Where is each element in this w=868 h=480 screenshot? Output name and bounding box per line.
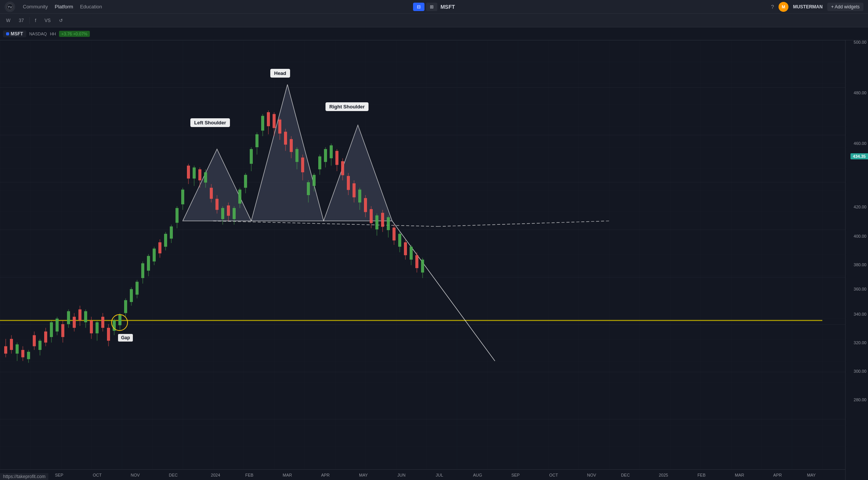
svg-rect-145 [364, 198, 367, 212]
layout-btn-1[interactable]: ⊟ [413, 3, 424, 11]
svg-rect-93 [215, 199, 219, 210]
svg-rect-115 [278, 119, 281, 134]
svg-rect-99 [233, 208, 236, 219]
svg-rect-127 [313, 175, 316, 186]
svg-rect-25 [21, 350, 24, 357]
time-sep2: SEP [511, 473, 520, 477]
svg-rect-47 [84, 311, 87, 322]
nav-right: ? M MUSTERMAN + Add widgets [771, 2, 863, 12]
price-280: 280.00 [854, 397, 866, 402]
svg-rect-51 [96, 322, 99, 333]
timeframe-selector[interactable]: W [3, 16, 13, 25]
svg-rect-75 [164, 234, 167, 247]
svg-rect-39 [61, 324, 64, 337]
time-sep: SEP [55, 473, 63, 477]
svg-rect-109 [261, 116, 264, 131]
svg-rect-83 [187, 165, 190, 178]
nav-education[interactable]: Education [80, 4, 102, 10]
svg-rect-23 [16, 344, 19, 353]
time-feb2: FEB [697, 473, 705, 477]
svg-rect-147 [370, 209, 373, 223]
svg-rect-81 [181, 189, 184, 204]
svg-rect-19 [4, 346, 7, 353]
svg-rect-53 [101, 317, 104, 328]
layout-buttons: ⊟ ⊞ [413, 3, 437, 11]
svg-rect-119 [290, 139, 293, 152]
svg-rect-155 [393, 227, 396, 240]
svg-rect-59 [118, 315, 121, 325]
avatar[interactable]: M [779, 2, 788, 12]
svg-rect-111 [267, 112, 270, 126]
compare-btn[interactable]: VS [41, 16, 54, 25]
svg-rect-123 [301, 157, 304, 172]
svg-rect-85 [193, 167, 196, 178]
svg-rect-107 [255, 134, 258, 147]
svg-rect-21 [10, 339, 13, 350]
svg-rect-159 [404, 242, 407, 255]
url-bar: https://takeprofit.com [0, 473, 48, 480]
price-420: 420.00 [854, 205, 866, 209]
time-2025: 2025 [659, 473, 668, 477]
price-500: 500.00 [854, 40, 866, 45]
logo[interactable]: TV [5, 2, 15, 12]
current-price-badge: 434.35 [850, 153, 868, 159]
time-2024: 2024 [211, 473, 220, 477]
svg-rect-133 [330, 145, 333, 158]
svg-rect-105 [250, 149, 253, 164]
svg-rect-131 [324, 149, 327, 162]
svg-rect-97 [227, 205, 230, 216]
indicator-btn[interactable]: f [32, 16, 39, 25]
svg-rect-157 [398, 234, 401, 247]
svg-rect-55 [107, 328, 110, 341]
time-dec2: DEC [621, 473, 630, 477]
replay-btn[interactable]: ↺ [56, 16, 66, 25]
add-widgets-button[interactable]: + Add widgets [827, 3, 863, 11]
svg-rect-67 [141, 263, 144, 278]
svg-rect-153 [387, 217, 390, 230]
price-400: 400.00 [854, 234, 866, 238]
top-navigation: TV Community Platform Education ⊟ ⊞ MSFT… [0, 0, 868, 14]
svg-rect-79 [176, 208, 179, 223]
time-feb: FEB [245, 473, 253, 477]
chart-area[interactable]: Head Left Shoulder Right Shoulder Gap 50… [0, 40, 868, 480]
svg-rect-2 [0, 40, 845, 469]
time-may2: MAY [807, 473, 816, 477]
svg-rect-89 [204, 172, 207, 183]
svg-rect-35 [50, 322, 53, 337]
svg-rect-117 [284, 132, 287, 145]
chart-toolbar: W 37 f VS ↺ [0, 14, 868, 27]
nav-community[interactable]: Community [23, 4, 48, 10]
svg-rect-45 [78, 309, 81, 320]
symbol-bar: MSFT NASDAQ HH +3.76 +0.07% [0, 27, 868, 40]
time-may: MAY [359, 473, 368, 477]
nav-links: Community Platform Education [23, 4, 102, 10]
svg-rect-121 [295, 149, 298, 162]
time-jul: JUL [436, 473, 444, 477]
layout-btn-2[interactable]: ⊞ [426, 3, 437, 11]
chart-svg [0, 40, 845, 469]
svg-rect-31 [38, 341, 41, 350]
toolbar-separator-1 [29, 17, 30, 24]
symbol-name: MSFT [11, 31, 23, 37]
price-480: 480.00 [854, 91, 866, 95]
time-mar2: MAR [735, 473, 744, 477]
time-axis: AUG SEP OCT NOV DEC 2024 FEB MAR APR MAY… [0, 469, 845, 480]
nav-platform[interactable]: Platform [55, 4, 73, 10]
svg-rect-87 [198, 169, 201, 180]
question-icon[interactable]: ? [771, 4, 774, 10]
nav-symbol: MSFT [440, 4, 455, 10]
price-360: 360.00 [854, 287, 866, 291]
symbol-chip[interactable]: MSFT [3, 30, 26, 37]
svg-text:TV: TV [8, 5, 12, 9]
price-460: 460.00 [854, 141, 866, 146]
interval-btn[interactable]: 37 [16, 16, 27, 25]
svg-rect-77 [170, 226, 173, 238]
svg-rect-29 [33, 335, 36, 346]
svg-rect-103 [244, 175, 247, 188]
svg-rect-49 [90, 320, 93, 333]
time-oct: OCT [93, 473, 102, 477]
username: MUSTERMAN [793, 4, 823, 10]
svg-rect-69 [147, 256, 150, 271]
svg-rect-163 [415, 255, 418, 268]
svg-rect-65 [136, 282, 139, 295]
